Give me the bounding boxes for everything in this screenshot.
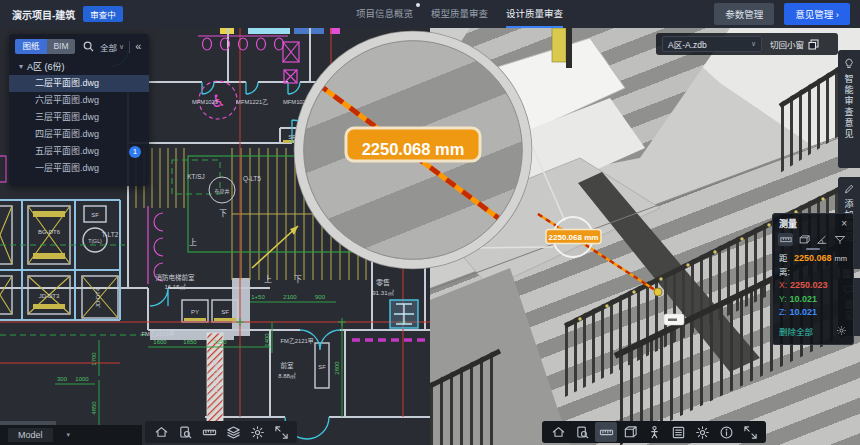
svg-text:FM乙2121甲: FM乙2121甲 (281, 338, 314, 345)
model-space-tab[interactable]: Model (8, 428, 53, 442)
svg-text:2150: 2150 (213, 339, 227, 345)
caret-down-icon[interactable]: ▾ (19, 62, 23, 71)
svg-text:JD-DT3: JD-DT3 (39, 293, 60, 299)
svg-text:上: 上 (189, 238, 197, 247)
params-button[interactable]: 参数管理 (714, 3, 774, 25)
switch-small-window-button[interactable]: 切回小窗 (770, 38, 819, 50)
measure-panel-title: 测量 (779, 217, 797, 230)
section-icon[interactable] (619, 422, 641, 442)
info-icon[interactable] (715, 422, 737, 442)
svg-text:JD-DT4: JD-DT4 (95, 287, 101, 308)
window-restore-icon (808, 39, 819, 50)
measure-icon[interactable] (595, 422, 617, 442)
svg-text:FM乙1623甲: FM乙1623甲 (142, 331, 175, 338)
list-icon[interactable] (667, 422, 689, 442)
fullscreen-icon[interactable] (739, 422, 761, 442)
smart-review-opinions-button[interactable]: 智能审查意见 (838, 50, 860, 168)
svg-text:1700: 1700 (91, 352, 97, 366)
svg-text:1600: 1600 (153, 339, 167, 345)
home-icon[interactable] (547, 422, 569, 442)
model-select-dropdown[interactable]: A区-A.zdb ∨ (662, 36, 762, 52)
delete-all-button[interactable]: 删除全部 (779, 325, 813, 337)
cad-view[interactable]: ♿ MFM1023 MFM1221乙 MFM1023 KT/SJ Q-LT5 布… (0, 28, 430, 445)
chevron-down-icon: ∨ (751, 40, 756, 48)
y-row: Y: 10.021 (779, 293, 847, 307)
file-item[interactable]: 二层平面图.dwg (9, 75, 149, 92)
svg-text:前室: 前室 (281, 361, 295, 370)
svg-text:SF: SF (288, 134, 296, 140)
measure-panel: 测量 × 距离: 2250.068 mm X: 2250.023 (772, 213, 854, 345)
svg-text:4850: 4850 (91, 401, 97, 415)
svg-text:PY: PY (191, 309, 199, 315)
svg-text:8.88㎡: 8.88㎡ (278, 372, 296, 379)
distance-value: 2250.068 (794, 252, 832, 266)
svg-text:零售: 零售 (376, 278, 390, 287)
search-icon[interactable] (83, 41, 94, 52)
svg-text:MFM1023: MFM1023 (283, 99, 309, 105)
measure-distance-icon[interactable] (778, 233, 793, 246)
svg-text:MFM1221乙: MFM1221乙 (236, 99, 268, 105)
measure-angle-icon[interactable] (815, 233, 830, 246)
svg-text:FM乙2123甲: FM乙2123甲 (213, 359, 220, 392)
svg-text:MFM1023: MFM1023 (192, 99, 218, 105)
svg-text:T(GL): T(GL) (88, 238, 102, 244)
svg-text:16.15㎡: 16.15㎡ (164, 283, 185, 290)
cad-toolbar (145, 421, 297, 443)
svg-text:2100: 2100 (283, 294, 297, 300)
tab-design-quality[interactable]: 设计质量审查 (506, 0, 563, 28)
viewer-toolbar (542, 421, 766, 443)
bim-3d-view[interactable]: A区-A.zdb ∨ 切回小窗 智能审查意见 添加意见 意见 (430, 28, 860, 445)
svg-text:1+50: 1+50 (251, 294, 265, 300)
fit-view-icon[interactable] (571, 422, 593, 442)
measure-slope-icon[interactable] (833, 233, 848, 246)
caret-down-icon[interactable]: ▾ (67, 431, 71, 439)
svg-text:BG-DT6: BG-DT6 (38, 229, 61, 235)
tab-project-info[interactable]: 项目信息概览 (356, 0, 413, 28)
svg-text:2800: 2800 (334, 361, 340, 375)
tab-drawings[interactable]: 图纸 (15, 39, 47, 54)
walkthrough-icon[interactable] (643, 422, 665, 442)
filter-all-dropdown[interactable]: 全部 (100, 41, 117, 53)
svg-text:布草井: 布草井 (214, 188, 229, 195)
tab-bim[interactable]: BIM (47, 39, 75, 54)
gear-icon[interactable] (836, 322, 847, 340)
layout-tab-bar: Model ▾ (0, 425, 142, 445)
chevron-down-icon: ∨ (119, 43, 124, 51)
svg-text:消防电梯前室: 消防电梯前室 (156, 273, 196, 282)
drawing-file-panel: 图纸 BIM 全部 ∨ « ▾ A区 (6份) 二层平面图.dwg 六层平面图.… (9, 34, 149, 186)
cad-steel-column (390, 300, 418, 328)
file-item[interactable]: 五层平面图.dwg1 (9, 143, 149, 160)
opinion-manage-button[interactable]: 意见管理 › (784, 3, 850, 25)
file-item[interactable]: 六层平面图.dwg (9, 92, 149, 109)
measure-icon[interactable] (198, 422, 220, 442)
measure-volume-icon[interactable] (796, 233, 811, 246)
x-value: 2250.023 (790, 279, 828, 293)
layers-icon[interactable] (222, 422, 244, 442)
file-group-label[interactable]: A区 (6份) (27, 60, 65, 73)
svg-text:T-LT2: T-LT2 (102, 231, 119, 238)
svg-text:1650: 1650 (183, 339, 197, 345)
settings-icon[interactable] (691, 422, 713, 442)
home-icon[interactable] (150, 422, 172, 442)
fullscreen-icon[interactable] (270, 422, 292, 442)
settings-icon[interactable] (246, 422, 268, 442)
fit-view-icon[interactable] (174, 422, 196, 442)
opinion-count-badge: 1 (129, 146, 141, 158)
yellow-column (552, 28, 566, 62)
project-title: 演示项目-建筑 (12, 7, 75, 22)
svg-text:900: 900 (315, 294, 326, 300)
x-row: X: 2250.023 (779, 279, 847, 293)
viewer-header: A区-A.zdb ∨ 切回小窗 (656, 33, 838, 55)
file-item[interactable]: 三层平面图.dwg (9, 109, 149, 126)
tab-model-quality[interactable]: 模型质量审查 (431, 0, 488, 28)
close-icon[interactable]: × (841, 218, 847, 229)
collapse-panel-icon[interactable]: « (135, 41, 141, 52)
measure-modes (773, 231, 853, 246)
file-item[interactable]: 四层平面图.dwg (9, 126, 149, 143)
svg-text:91.31㎡: 91.31㎡ (372, 289, 394, 296)
main-tabs: 项目信息概览 模型质量审查 设计质量审查 (356, 0, 563, 28)
svg-text:1400: 1400 (264, 333, 270, 347)
app-window: 演示项目-建筑 审查中 项目信息概览 模型质量审查 设计质量审查 参数管理 意见… (0, 0, 860, 445)
file-item[interactable]: 一层平面图.dwg (9, 160, 149, 177)
svg-text:SF: SF (91, 212, 99, 218)
